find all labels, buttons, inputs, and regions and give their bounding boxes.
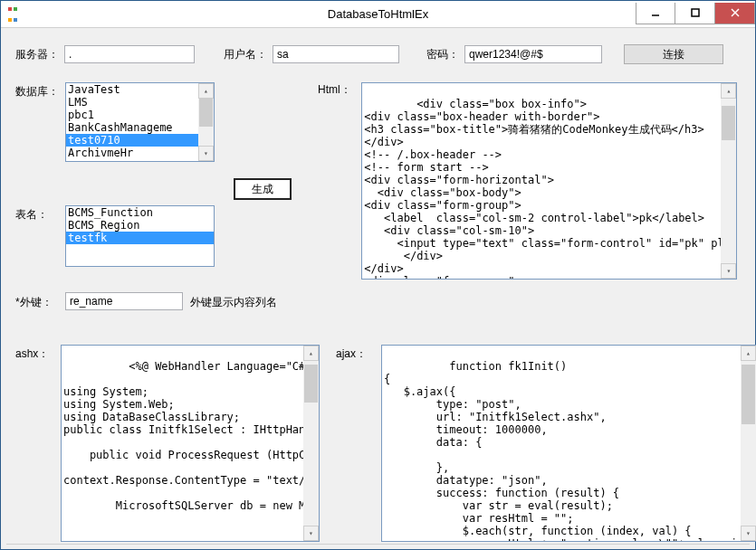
scroll-down-icon[interactable]: ▾ [198, 146, 214, 161]
tables-listbox[interactable]: BCMS_FunctionBCMS_Regiontestfk [65, 205, 215, 267]
footer-separator [6, 544, 750, 545]
password-input[interactable] [464, 45, 602, 63]
database-label: 数据库： [15, 82, 65, 100]
list-item[interactable]: LMS [66, 96, 198, 109]
list-item[interactable]: BCMS_Function [66, 206, 214, 219]
password-label: 密码： [426, 47, 459, 62]
user-label: 用户名： [224, 47, 267, 62]
list-item[interactable]: BankCashManageme [66, 121, 198, 134]
html-label: Html： [318, 82, 359, 98]
ashx-scrollbar[interactable]: ▴ ▾ [303, 346, 319, 541]
fk-hint: 外键显示内容列名 [190, 293, 277, 310]
scroll-up-icon[interactable]: ▴ [198, 83, 214, 99]
connection-row: 服务器： 用户名： 密码： 连接 [15, 44, 741, 64]
tables-label: 表名： [15, 205, 65, 223]
connect-button[interactable]: 连接 [624, 44, 723, 64]
window-title: DatabaseToHtmlEx [1, 7, 755, 21]
client-area: 服务器： 用户名： 密码： 连接 数据库： JavaTestLMSpbc1Ban… [1, 28, 755, 549]
scroll-up-icon[interactable]: ▴ [721, 83, 736, 99]
scroll-down-icon[interactable]: ▾ [741, 526, 756, 541]
generate-button[interactable]: 生成 [234, 178, 292, 200]
list-item[interactable]: test0710 [66, 134, 198, 147]
server-input[interactable] [64, 45, 195, 63]
db-scrollbar[interactable]: ▴ ▾ [198, 83, 214, 161]
bottom-row: ashx： <%@ WebHandler Language="C#" Class… [15, 345, 741, 542]
list-item[interactable]: ArchivmeHr [66, 147, 198, 159]
user-input[interactable] [273, 45, 399, 63]
left-column: 数据库： JavaTestLMSpbc1BankCashManagemetest… [15, 82, 310, 327]
ajax-scrollbar[interactable]: ▴ ▾ [741, 346, 756, 541]
html-area: Html： <div class="box box-info"> <div cl… [318, 82, 741, 280]
scroll-down-icon[interactable]: ▾ [721, 263, 736, 279]
database-listbox[interactable]: JavaTestLMSpbc1BankCashManagemetest0710A… [65, 82, 215, 162]
app-window: DatabaseToHtmlEx 服务器： 用户名： 密码： 连接 [0, 0, 756, 550]
fk-input[interactable] [65, 292, 183, 310]
database-field: 数据库： JavaTestLMSpbc1BankCashManagemetest… [15, 82, 310, 162]
ajax-textbox[interactable]: function fk1Init() { $.ajax({ type: "pos… [381, 345, 756, 542]
list-item[interactable]: testfk [66, 232, 214, 244]
titlebar: DatabaseToHtmlEx [1, 1, 755, 28]
scroll-up-icon[interactable]: ▴ [303, 346, 319, 361]
server-label: 服务器： [15, 47, 59, 62]
ajax-area: ajax： function fk1Init() { $.ajax({ type… [336, 345, 756, 542]
fk-label: *外键： [15, 293, 65, 310]
html-textbox[interactable]: <div class="box box-info"> <div class="b… [361, 82, 737, 280]
ashx-textbox[interactable]: <%@ WebHandler Language="C#" Class="Init… [61, 345, 320, 542]
scroll-down-icon[interactable]: ▾ [303, 526, 319, 541]
tables-field: 表名： BCMS_FunctionBCMS_Regiontestfk [15, 205, 310, 267]
list-item[interactable]: JavaTest [66, 83, 198, 96]
ashx-area: ashx： <%@ WebHandler Language="C#" Class… [15, 345, 320, 542]
fk-field: *外键： 外键显示内容列名 [15, 292, 310, 310]
list-item[interactable]: BCMS_Region [66, 219, 214, 232]
html-scrollbar[interactable]: ▴ ▾ [721, 83, 736, 279]
ajax-label: ajax： [336, 345, 381, 362]
ashx-label: ashx： [15, 345, 61, 362]
list-item[interactable]: pbc1 [66, 109, 198, 121]
scroll-up-icon[interactable]: ▴ [741, 346, 756, 361]
